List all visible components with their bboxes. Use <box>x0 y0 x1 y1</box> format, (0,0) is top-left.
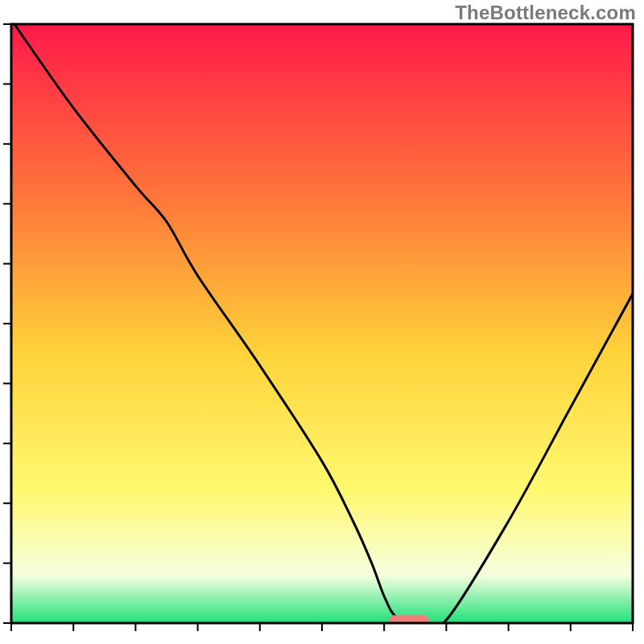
bottleneck-chart: TheBottleneck.com <box>0 0 644 644</box>
plot-area <box>3 24 633 631</box>
gradient-background <box>11 24 633 623</box>
chart-svg <box>0 0 644 644</box>
watermark-text: TheBottleneck.com <box>455 2 636 24</box>
